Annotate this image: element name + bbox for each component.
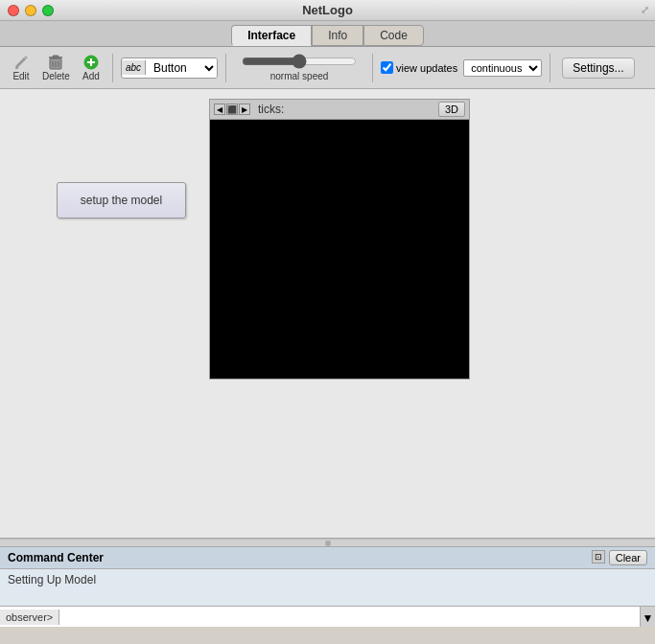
continuous-select[interactable]: continuous on ticks xyxy=(463,59,542,77)
command-center-title: Command Center xyxy=(8,551,104,564)
nav-left-arrow[interactable]: ◀ xyxy=(214,104,225,115)
edit-button[interactable]: Edit xyxy=(8,52,35,83)
window-title: NetLogo xyxy=(302,3,353,17)
command-center-header: Command Center ⊡ Clear xyxy=(0,547,655,569)
cc-clear-button[interactable]: Clear xyxy=(609,550,647,565)
view-updates-label: view updates xyxy=(396,62,457,74)
setup-model-button[interactable]: setup the model xyxy=(57,182,186,218)
cc-expand-icon[interactable]: ⊡ xyxy=(592,550,605,564)
cc-prompt: observer> xyxy=(0,610,59,625)
widget-type-select[interactable]: Button Slider Switch Chooser Input Monit… xyxy=(146,58,217,78)
view-updates-checkbox[interactable] xyxy=(381,61,393,74)
world-view-canvas xyxy=(209,119,470,380)
widget-abc-icon: abc xyxy=(122,60,146,75)
command-center-output: Setting Up Model xyxy=(0,569,655,606)
window-controls[interactable] xyxy=(8,5,54,16)
command-center-actions: ⊡ Clear xyxy=(592,550,647,565)
delete-button[interactable]: Delete xyxy=(38,52,74,83)
speed-label: normal speed xyxy=(270,71,329,81)
toolbar: Edit Delete Add abc Button Slider Switch… xyxy=(0,47,655,89)
nav-right-arrow[interactable]: ▶ xyxy=(239,104,250,115)
tab-info[interactable]: Info xyxy=(312,25,363,46)
main-area: setup the model ◀ ⬛ ▶ ticks: 3D xyxy=(0,89,655,539)
cc-input-field[interactable] xyxy=(59,609,640,626)
tab-code[interactable]: Code xyxy=(363,25,424,46)
minimize-button[interactable] xyxy=(25,5,36,16)
settings-button[interactable]: Settings... xyxy=(562,58,634,79)
speed-slider[interactable] xyxy=(242,54,357,69)
tab-interface[interactable]: Interface xyxy=(231,25,312,46)
toolbar-divider-4 xyxy=(550,54,550,82)
ticks-label: ticks: xyxy=(258,103,284,116)
cc-scroll-button[interactable]: ▼ xyxy=(640,607,655,627)
maximize-button[interactable] xyxy=(42,5,54,16)
tabbar: Interface Info Code xyxy=(0,21,655,47)
titlebar: NetLogo ⤢ xyxy=(0,0,655,21)
svg-rect-3 xyxy=(53,56,58,58)
widget-selector[interactable]: abc Button Slider Switch Chooser Input M… xyxy=(121,58,218,79)
toolbar-divider-2 xyxy=(225,54,226,82)
resize-icon[interactable]: ⤢ xyxy=(641,4,649,16)
3d-button[interactable]: 3D xyxy=(438,102,465,117)
close-button[interactable] xyxy=(8,5,19,16)
speed-control: normal speed xyxy=(242,54,357,81)
scroll-dot xyxy=(325,540,331,546)
world-view-header: ◀ ⬛ ▶ ticks: 3D xyxy=(209,99,470,119)
scroll-indicator xyxy=(0,539,655,546)
cc-output-text: Setting Up Model xyxy=(8,573,96,586)
world-view-container: ◀ ⬛ ▶ ticks: 3D xyxy=(209,99,470,380)
command-center: Command Center ⊡ Clear Setting Up Model … xyxy=(0,546,655,627)
nav-arrows[interactable]: ◀ ⬛ ▶ xyxy=(214,104,250,115)
view-updates-section: view updates continuous on ticks xyxy=(381,59,542,77)
toolbar-divider-3 xyxy=(372,54,373,82)
nav-resize-icon[interactable]: ⬛ xyxy=(226,104,238,115)
command-center-input-row: observer> ▼ xyxy=(0,606,655,627)
toolbar-divider-1 xyxy=(112,54,113,82)
add-button[interactable]: Add xyxy=(78,52,105,83)
